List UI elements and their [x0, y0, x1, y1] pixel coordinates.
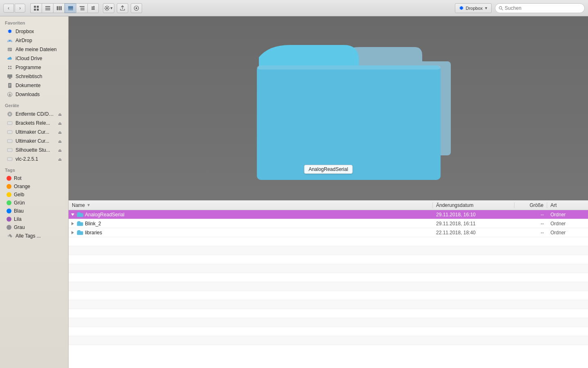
row2-date: 22.11.2018, 18:40 — [433, 230, 514, 236]
row1-folder-icon — [77, 221, 83, 227]
table-row[interactable]: libraries 22.11.2018, 18:40 -- Ordner — [69, 228, 588, 237]
eject-silhouette-icon[interactable]: ⏏ — [58, 148, 62, 153]
sidebar-tag-all-label: Alle Tags ... — [16, 233, 41, 239]
sidebar-item-cd[interactable]: Entfernte CD/DVD ⏏ — [2, 110, 67, 119]
sidebar-item-allfiles[interactable]: Alle meine Dateien — [2, 45, 67, 54]
sidebar-tag-orange[interactable]: Orange — [2, 182, 67, 191]
col-header-date[interactable]: Änderungsdatum — [433, 202, 514, 208]
dropbox-label: Dropbox — [466, 6, 483, 11]
view-list[interactable] — [42, 3, 53, 13]
view-group[interactable] — [76, 3, 87, 13]
eject-cd-icon[interactable]: ⏏ — [58, 112, 62, 117]
docs-icon — [7, 82, 13, 89]
sidebar-item-desktop[interactable]: Schreibtisch — [2, 72, 67, 81]
silhouette-disk-icon — [7, 147, 13, 153]
empty-row — [69, 273, 588, 282]
ultimaker2-disk-icon — [7, 138, 13, 144]
empty-row — [69, 291, 588, 300]
sidebar-tag-grau[interactable]: Grau — [2, 223, 67, 231]
table-row[interactable]: Blink_2 29.11.2018, 16:11 -- Ordner — [69, 219, 588, 228]
sidebar-item-vlc[interactable]: vlc-2.2.5.1 ⏏ — [2, 155, 67, 164]
sidebar-tag-gelb[interactable]: Gelb — [2, 191, 67, 199]
sidebar-item-icloud[interactable]: iCloud Drive — [2, 54, 67, 63]
sidebar-item-brackets[interactable]: Brackets Rele... ⏏ — [2, 119, 67, 128]
sidebar-tag-lila[interactable]: Lila — [2, 215, 67, 223]
col-header-type[interactable]: Art — [547, 202, 588, 208]
sidebar-tag-blau[interactable]: Blau — [2, 207, 67, 215]
sidebar-item-apps[interactable]: Programme — [2, 63, 67, 72]
sidebar-item-silhouette[interactable]: Silhouette Stu... ⏏ — [2, 146, 67, 155]
dropbox-button[interactable]: Dropbox ▼ — [455, 3, 492, 13]
svg-rect-8 — [58, 6, 60, 10]
row1-expand[interactable] — [69, 222, 77, 225]
svg-rect-45 — [8, 140, 12, 142]
svg-marker-18 — [93, 6, 95, 7]
col-header-size[interactable]: Größe — [514, 202, 547, 208]
sidebar-vlc-label: vlc-2.2.5.1 — [16, 156, 38, 162]
file-list: Name ▼ Änderungsdatum Größe Art — [69, 200, 588, 368]
svg-rect-14 — [80, 9, 85, 10]
svg-rect-35 — [9, 86, 10, 86]
eject-brackets-icon[interactable]: ⏏ — [58, 121, 62, 126]
sidebar-tag-all[interactable]: Alle Tags ... — [2, 231, 67, 240]
sidebar-tag-lila-label: Lila — [14, 216, 22, 222]
sidebar-item-docs[interactable]: Dokumente — [2, 81, 67, 90]
brackets-disk-icon — [7, 120, 13, 126]
svg-rect-5 — [45, 8, 50, 9]
sidebar-item-ultimaker1[interactable]: Ultimaker Cur... ⏏ — [2, 128, 67, 137]
action-tag[interactable] — [131, 3, 142, 13]
tag-all-icon — [7, 233, 13, 239]
sidebar-item-dropbox[interactable]: Dropbox — [2, 27, 67, 36]
desktop-icon — [7, 73, 13, 80]
expand-arrow-1[interactable] — [71, 222, 74, 225]
row0-expand[interactable] — [69, 213, 77, 216]
expand-arrow-2[interactable] — [71, 231, 74, 234]
view-mode-group — [30, 3, 99, 13]
row0-date: 29.11.2018, 16:10 — [433, 212, 514, 218]
view-arrange[interactable] — [87, 3, 99, 13]
search-input[interactable] — [505, 5, 581, 11]
action-settings[interactable]: ▼ — [103, 3, 114, 13]
svg-rect-12 — [80, 6, 85, 7]
sidebar-tag-gruen[interactable]: Grün — [2, 199, 67, 207]
eject-ultimaker1-icon[interactable]: ⏏ — [58, 130, 62, 135]
svg-line-23 — [501, 9, 503, 10]
allfiles-icon — [7, 46, 13, 53]
col-header-name[interactable]: Name ▼ — [69, 202, 433, 208]
forward-button[interactable]: › — [15, 4, 25, 13]
expand-arrow-0[interactable] — [71, 213, 74, 216]
eject-vlc-icon[interactable]: ⏏ — [58, 157, 62, 162]
svg-point-19 — [106, 7, 108, 9]
search-box — [495, 3, 585, 13]
sidebar-devices-header: Geräte — [0, 99, 68, 110]
svg-rect-49 — [8, 158, 12, 160]
sidebar-tag-rot[interactable]: Rot — [2, 174, 67, 182]
sidebar-tag-gelb-label: Gelb — [14, 192, 24, 197]
back-button[interactable]: ‹ — [3, 4, 14, 13]
sidebar-icloud-label: iCloud Drive — [16, 56, 42, 61]
view-cover[interactable] — [65, 3, 76, 13]
svg-rect-1 — [37, 6, 39, 8]
sidebar-docs-label: Dokumente — [16, 83, 40, 88]
action-share[interactable] — [117, 3, 128, 13]
sidebar-item-ultimaker2[interactable]: Ultimaker Cur... ⏏ — [2, 137, 67, 146]
svg-rect-47 — [8, 149, 12, 151]
sidebar-tag-blau-label: Blau — [14, 208, 24, 214]
sidebar-item-airdrop[interactable]: AirDrop — [2, 36, 67, 45]
folder-preview: AnalogReadSerial — [69, 16, 588, 200]
sidebar-item-downloads[interactable]: Downloads — [2, 90, 67, 99]
row1-name: Blink_2 — [85, 221, 433, 227]
svg-rect-33 — [9, 84, 11, 85]
row2-expand[interactable] — [69, 231, 77, 234]
folder-tooltip: AnalogReadSerial — [304, 165, 353, 174]
empty-row — [69, 237, 588, 246]
eject-ultimaker2-icon[interactable]: ⏏ — [58, 139, 62, 144]
tag-dot-lila — [7, 217, 11, 222]
table-row[interactable]: AnalogReadSerial 29.11.2018, 16:10 -- Or… — [69, 210, 588, 219]
svg-rect-57 — [77, 213, 83, 217]
row1-type: Ordner — [547, 221, 588, 227]
view-columns[interactable] — [53, 3, 65, 13]
svg-rect-30 — [9, 78, 11, 79]
view-icon-grid[interactable] — [30, 3, 42, 13]
svg-point-39 — [9, 114, 11, 115]
